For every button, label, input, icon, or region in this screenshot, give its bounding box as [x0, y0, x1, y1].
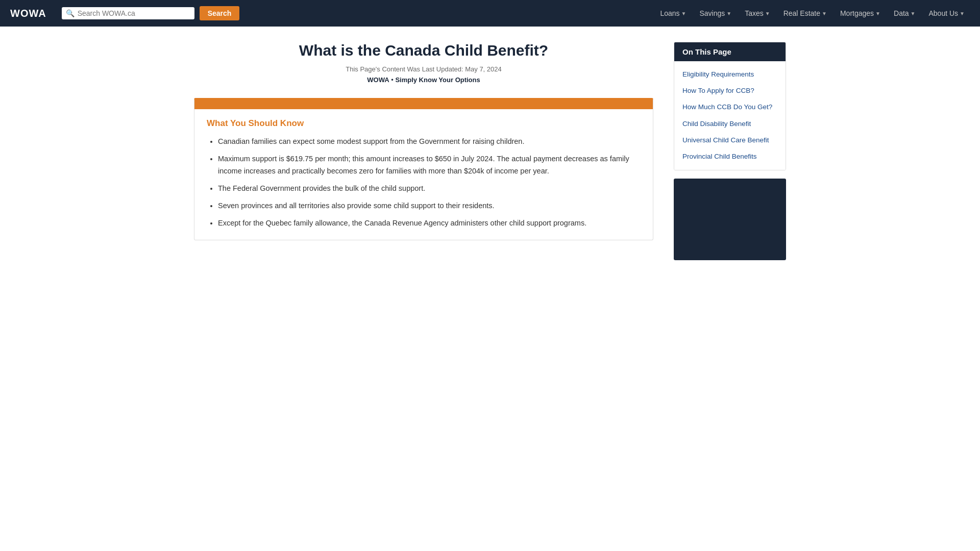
chevron-down-icon: ▼	[765, 11, 770, 16]
main-content: What is the Canada Child Benefit? This P…	[194, 42, 653, 260]
on-this-page-links: Eligibility RequirementsHow To Apply for…	[674, 61, 786, 170]
page-tagline: WOWA • Simply Know Your Options	[194, 76, 653, 84]
callout-bullets: Canadian families can expect some modest…	[207, 136, 641, 230]
on-this-page-box: On This Page Eligibility RequirementsHow…	[674, 42, 786, 170]
sidebar-toc-link[interactable]: Provincial Child Benefits	[674, 148, 786, 165]
page-title: What is the Canada Child Benefit?	[194, 42, 653, 59]
nav-links: Loans ▼Savings ▼Taxes ▼Real Estate ▼Mort…	[655, 6, 970, 20]
navbar: WOWA 🔍 Search Loans ▼Savings ▼Taxes ▼Rea…	[0, 0, 980, 27]
nav-item-savings[interactable]: Savings ▼	[694, 6, 737, 20]
callout-body: What You Should Know Canadian families c…	[194, 109, 653, 240]
sidebar-ad	[674, 179, 786, 260]
search-icon: 🔍	[66, 9, 75, 17]
chevron-down-icon: ▼	[726, 11, 731, 16]
sidebar-toc-link[interactable]: How Much CCB Do You Get?	[674, 99, 786, 115]
page-wrapper: What is the Canada Child Benefit? This P…	[184, 27, 796, 291]
nav-item-loans[interactable]: Loans ▼	[655, 6, 691, 20]
sidebar-toc-link[interactable]: Eligibility Requirements	[674, 66, 786, 83]
chevron-down-icon: ▼	[911, 11, 916, 16]
chevron-down-icon: ▼	[822, 11, 827, 16]
list-item: Maximum support is $619.75 per month; th…	[218, 153, 641, 178]
callout-box: What You Should Know Canadian families c…	[194, 98, 653, 240]
list-item: Canadian families can expect some modest…	[218, 136, 641, 148]
sidebar: On This Page Eligibility RequirementsHow…	[674, 42, 786, 260]
tagline-brand: WOWA	[367, 76, 389, 84]
sidebar-toc-link[interactable]: Universal Child Care Benefit	[674, 132, 786, 148]
nav-item-mortgages[interactable]: Mortgages ▼	[835, 6, 886, 20]
callout-header	[194, 101, 653, 109]
search-input[interactable]	[78, 9, 190, 17]
sidebar-toc-link[interactable]: Child Disability Benefit	[674, 116, 786, 132]
search-button[interactable]: Search	[200, 6, 240, 20]
nav-item-data[interactable]: Data ▼	[889, 6, 920, 20]
list-item: The Federal Government provides the bulk…	[218, 183, 641, 195]
on-this-page-header: On This Page	[674, 42, 786, 61]
list-item: Except for the Quebec family allowance, …	[218, 217, 641, 230]
search-wrapper: 🔍	[62, 7, 194, 19]
chevron-down-icon: ▼	[875, 11, 880, 16]
chevron-down-icon: ▼	[960, 11, 965, 16]
list-item: Seven provinces and all territories also…	[218, 200, 641, 212]
nav-item-taxes[interactable]: Taxes ▼	[740, 6, 775, 20]
nav-item-real-estate[interactable]: Real Estate ▼	[778, 6, 832, 20]
nav-item-about-us[interactable]: About Us ▼	[924, 6, 970, 20]
tagline-text: Simply Know Your Options	[395, 76, 480, 84]
sidebar-toc-link[interactable]: How To Apply for CCB?	[674, 83, 786, 99]
site-logo[interactable]: WOWA	[10, 8, 46, 19]
page-meta: This Page's Content Was Last Updated: Ma…	[194, 65, 653, 73]
chevron-down-icon: ▼	[681, 11, 687, 16]
callout-title: What You Should Know	[207, 118, 641, 129]
